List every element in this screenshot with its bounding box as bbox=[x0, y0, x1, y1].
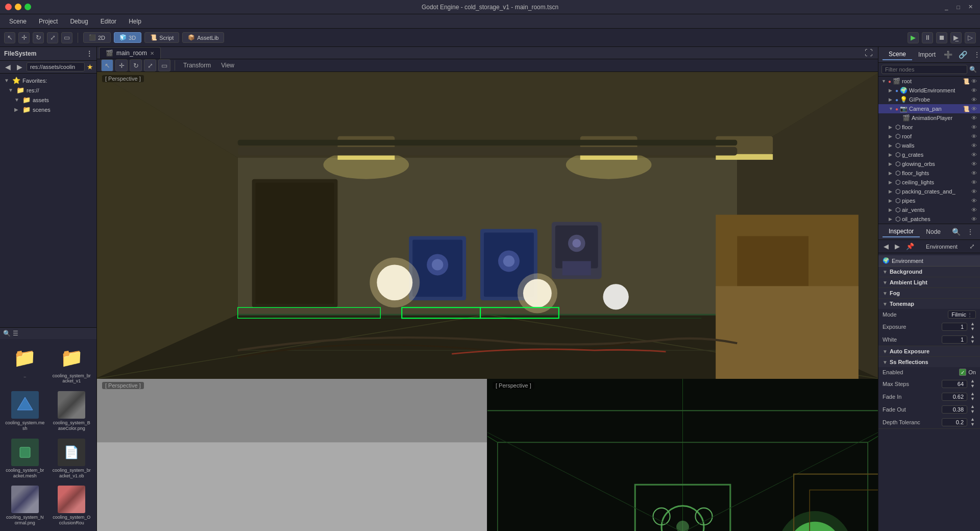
tonemap-white-value[interactable]: 1 bbox=[942, 335, 967, 344]
inspector-history-next[interactable]: ▶ bbox=[893, 242, 902, 251]
titlebar-restore-icon[interactable]: □ bbox=[953, 3, 963, 11]
fadein-step-down[interactable]: ▼ bbox=[969, 397, 976, 401]
scene-node-airvents[interactable]: ▶ ⬡ air_vents 👁 bbox=[878, 205, 980, 214]
nav-back-button[interactable]: ◀ bbox=[3, 62, 13, 71]
file-item-up[interactable]: 📁 .. bbox=[3, 342, 47, 387]
tool-rotate[interactable]: ↻ bbox=[130, 59, 142, 71]
mode-2d-button[interactable]: ⬛ 2D bbox=[83, 32, 111, 43]
tab-main-room[interactable]: 🎬 main_room ✕ bbox=[99, 47, 161, 59]
node-vis-packingcrates[interactable]: 👁 bbox=[971, 188, 977, 195]
scene-node-ceilinglights[interactable]: ▶ ⬡ ceiling_lights 👁 bbox=[878, 178, 980, 187]
fadeout-step-up[interactable]: ▲ bbox=[969, 404, 976, 409]
inspector-options-icon[interactable]: ⋮ bbox=[965, 227, 976, 236]
tab-scene[interactable]: Scene bbox=[883, 49, 912, 60]
tab-close-button[interactable]: ✕ bbox=[150, 51, 154, 56]
toolbar-move-tool[interactable]: ✛ bbox=[18, 32, 30, 43]
section-header-ambientlight[interactable]: ▼ Ambient Light bbox=[878, 277, 980, 287]
inspector-expand-button[interactable]: ⤢ bbox=[967, 242, 977, 251]
node-vis-gcrates[interactable]: 👁 bbox=[971, 152, 977, 158]
menu-project[interactable]: Project bbox=[34, 16, 63, 27]
section-header-fog[interactable]: ▼ Fog bbox=[878, 288, 980, 298]
toolbar-scale-tool[interactable]: ⤢ bbox=[47, 32, 58, 43]
node-vis-floor[interactable]: 👁 bbox=[971, 124, 977, 130]
file-item-mesh[interactable]: cooling_system.mesh bbox=[3, 389, 47, 433]
tool-scale[interactable]: ⤢ bbox=[144, 59, 156, 71]
inspector-env-header[interactable]: 🌍 Environment bbox=[878, 255, 980, 267]
titlebar-minimize-icon[interactable]: ⎯ bbox=[942, 3, 951, 11]
nav-favorite-button[interactable]: ★ bbox=[87, 63, 93, 71]
white-step-down[interactable]: ▼ bbox=[969, 340, 976, 344]
mode-3d-button[interactable]: 🧊 3D bbox=[114, 32, 141, 43]
maximize-button[interactable] bbox=[24, 4, 31, 10]
tool-select[interactable]: ↖ bbox=[101, 59, 113, 71]
list-view-icon[interactable]: ☰ bbox=[13, 330, 18, 337]
node-vis-giprobe[interactable]: 👁 bbox=[971, 96, 977, 103]
fadeout-step-down[interactable]: ▼ bbox=[969, 409, 976, 414]
assetlib-button[interactable]: 📦 AssetLib bbox=[182, 32, 224, 43]
ssr-enabled-checkbox[interactable]: ✓ On bbox=[959, 369, 976, 376]
scene-node-oilpatches[interactable]: ▶ ⬡ oil_patches 👁 bbox=[878, 214, 980, 224]
filesystem-menu-icon[interactable]: ⋮ bbox=[86, 50, 92, 57]
scene-node-gcrates[interactable]: ▶ ⬡ g_crates 👁 bbox=[878, 150, 980, 159]
stop-button[interactable]: ⏹ bbox=[936, 32, 947, 43]
close-button[interactable] bbox=[5, 4, 12, 10]
white-step-up[interactable]: ▲ bbox=[969, 334, 976, 339]
file-item-obj[interactable]: 📄 cooling_system_bracket_v1.ob bbox=[50, 437, 94, 481]
node-vis-ceilinglights[interactable]: 👁 bbox=[971, 179, 977, 185]
tree-item-scenes[interactable]: ▶ 📁 scenes bbox=[0, 105, 96, 114]
ssr-checkbox-box[interactable]: ✓ bbox=[959, 369, 966, 376]
section-header-ssreflections[interactable]: ▼ Ss Reflections bbox=[878, 357, 980, 367]
node-vis-floorlights[interactable]: 👁 bbox=[971, 170, 977, 176]
titlebar-close-icon[interactable]: ✕ bbox=[965, 3, 976, 11]
file-item-bracket-mesh[interactable]: cooling_system_bracket.mesh bbox=[3, 437, 47, 481]
scene-node-pipes[interactable]: ▶ ⬡ pipes 👁 bbox=[878, 196, 980, 205]
tab-node[interactable]: Node bbox=[920, 227, 947, 237]
scene-node-packingcrates[interactable]: ▶ ⬡ packing_crates_and_ 👁 bbox=[878, 187, 980, 196]
minimize-button[interactable] bbox=[15, 4, 21, 10]
play-scene-button[interactable]: ▶̲ bbox=[950, 32, 962, 43]
ssr-fadeout-value[interactable]: 0.38 bbox=[942, 405, 967, 414]
viewport-bottom-right[interactable]: [ Perspective ] bbox=[487, 379, 878, 531]
view-label[interactable]: View bbox=[217, 62, 238, 69]
menu-help[interactable]: Help bbox=[124, 16, 146, 27]
inspector-history-prev[interactable]: ◀ bbox=[881, 242, 891, 251]
nav-path[interactable]: res://assets/coolin bbox=[27, 62, 85, 71]
ssr-depthtol-value[interactable]: 0.2 bbox=[942, 418, 967, 426]
node-vis-roof[interactable]: 👁 bbox=[971, 133, 977, 139]
pause-button[interactable]: ⏸ bbox=[922, 32, 933, 43]
scene-search-input[interactable] bbox=[881, 65, 967, 74]
node-vis-camerapan[interactable]: 👁 bbox=[971, 106, 977, 112]
tonemap-white-stepper[interactable]: ▲ ▼ bbox=[969, 334, 976, 344]
menu-scene[interactable]: Scene bbox=[4, 16, 32, 27]
tonemap-mode-value[interactable]: Filmic ⋮ bbox=[948, 310, 976, 319]
depthtol-step-down[interactable]: ▼ bbox=[969, 422, 976, 427]
ssr-fadein-stepper[interactable]: ▲ ▼ bbox=[969, 392, 976, 401]
script-button[interactable]: 📜 Script bbox=[144, 32, 179, 43]
scene-search-icon[interactable]: 🔍 bbox=[969, 66, 977, 73]
file-item-bracket-folder[interactable]: 📁 cooling_system_bracket_v1 bbox=[50, 342, 94, 387]
tonemap-exposure-value[interactable]: 1 bbox=[942, 323, 967, 331]
link-node-button[interactable]: 🔗 bbox=[957, 50, 969, 59]
exposure-step-down[interactable]: ▼ bbox=[969, 327, 976, 331]
node-vis-walls[interactable]: 👁 bbox=[971, 142, 977, 149]
tool-move[interactable]: ✛ bbox=[115, 59, 128, 71]
toolbar-rect-tool[interactable]: ▭ bbox=[61, 32, 72, 43]
scene-menu-button[interactable]: ⋮ bbox=[971, 50, 980, 59]
viewport-maximize-button[interactable]: ⛶ bbox=[862, 49, 876, 58]
section-header-background[interactable]: ▼ Background bbox=[878, 267, 980, 277]
inspector-search-icon[interactable]: 🔍 bbox=[950, 227, 963, 236]
tonemap-exposure-stepper[interactable]: ▲ ▼ bbox=[969, 322, 976, 331]
play-button[interactable]: ▶ bbox=[908, 32, 919, 43]
menu-editor[interactable]: Editor bbox=[95, 16, 121, 27]
maxsteps-step-down[interactable]: ▼ bbox=[969, 384, 976, 389]
ssr-maxsteps-value[interactable]: 64 bbox=[942, 380, 967, 388]
node-vis-glowingorbs[interactable]: 👁 bbox=[971, 161, 977, 167]
node-vis-animplayer[interactable]: 👁 bbox=[971, 115, 977, 121]
scene-node-floor[interactable]: ▶ ⬡ floor 👁 bbox=[878, 123, 980, 132]
file-item-normal[interactable]: cooling_system_Normal.png bbox=[3, 484, 47, 528]
file-item-basecolor[interactable]: cooling_system_BaseColor.png bbox=[50, 389, 94, 433]
node-vis-root[interactable]: 👁 bbox=[971, 78, 977, 84]
fadein-step-up[interactable]: ▲ bbox=[969, 392, 976, 396]
inspector-pin-button[interactable]: 📌 bbox=[904, 242, 916, 251]
ssr-depthtol-stepper[interactable]: ▲ ▼ bbox=[969, 417, 976, 427]
